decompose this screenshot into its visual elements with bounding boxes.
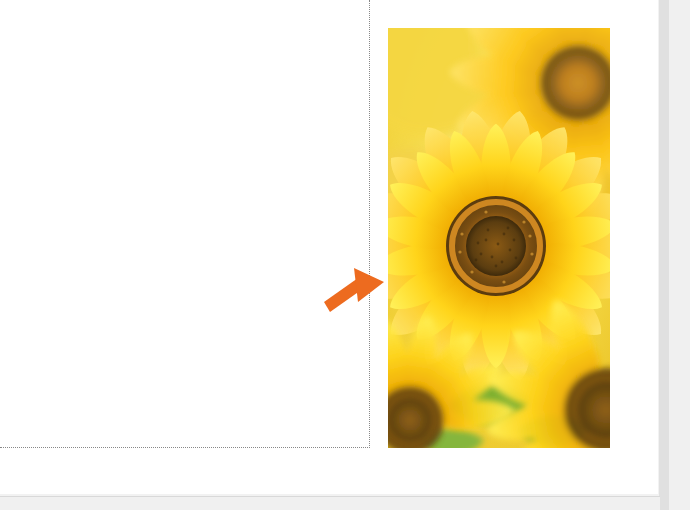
svg-point-26 [470,270,473,273]
svg-point-13 [480,253,483,256]
svg-point-30 [458,250,461,253]
svg-point-16 [477,242,480,245]
workspace [0,0,658,494]
window-bottom-bar [0,496,660,510]
svg-point-23 [530,252,533,255]
svg-point-9 [485,239,488,242]
svg-point-18 [487,229,490,232]
svg-point-15 [513,239,516,242]
svg-point-24 [460,232,463,235]
svg-point-12 [491,256,494,259]
svg-point-27 [502,280,505,283]
svg-point-10 [503,233,506,236]
svg-point-20 [515,257,518,260]
drop-target-area[interactable] [0,0,370,448]
image-drag-source[interactable] [388,28,610,448]
svg-point-14 [497,243,500,246]
svg-point-19 [495,265,498,268]
svg-point-21 [475,259,478,262]
svg-point-28 [484,210,487,213]
sunflower-image [388,28,610,448]
svg-point-17 [501,261,504,264]
window-right-panel [668,0,690,510]
svg-point-22 [507,227,510,230]
svg-point-32 [388,398,432,442]
svg-point-11 [509,249,512,252]
svg-point-29 [528,234,531,237]
svg-point-25 [522,220,525,223]
